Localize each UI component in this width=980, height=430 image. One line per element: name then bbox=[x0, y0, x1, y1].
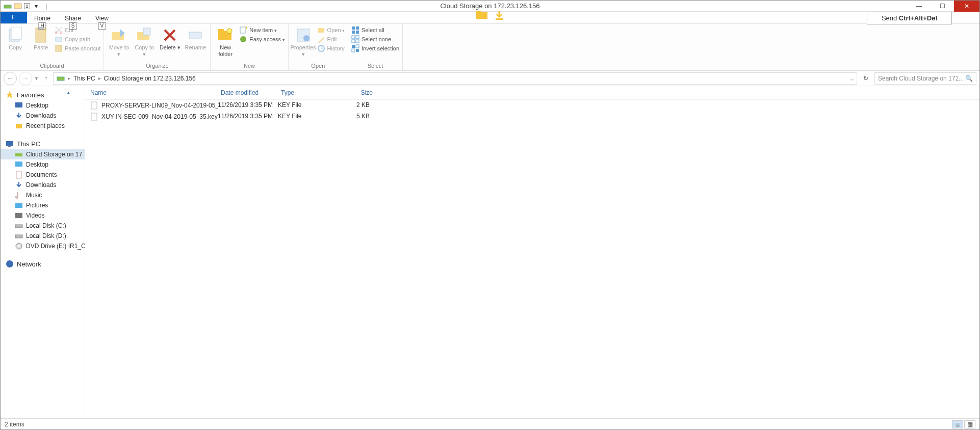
nav-music[interactable]: Music bbox=[1, 190, 85, 200]
col-size[interactable]: Size bbox=[341, 89, 379, 96]
search-box[interactable]: Search Cloud Storage on 172... 🔍 bbox=[874, 72, 976, 85]
nav-downloads[interactable]: Downloads bbox=[1, 180, 85, 190]
nav-favorites[interactable]: Favorites bbox=[1, 89, 85, 100]
nav-dvd-e[interactable]: DVD Drive (E:) IR1_C bbox=[1, 241, 85, 251]
nav-desktop[interactable]: Desktop bbox=[1, 159, 85, 170]
svg-rect-4 bbox=[496, 18, 503, 20]
home-tab[interactable]: HomeH bbox=[27, 13, 58, 23]
copy-to-button[interactable]: Copy to ▾ bbox=[133, 25, 156, 58]
svg-rect-30 bbox=[356, 31, 359, 34]
svg-rect-50 bbox=[15, 225, 22, 228]
delete-button[interactable]: Delete ▾ bbox=[158, 25, 182, 51]
select-all-button[interactable]: Select all bbox=[351, 26, 399, 34]
svg-rect-29 bbox=[352, 31, 355, 34]
svg-rect-7 bbox=[36, 28, 46, 42]
ribbon-group-new: New folder ✦New item Easy access New bbox=[211, 24, 288, 70]
select-none-button[interactable]: Select none bbox=[351, 35, 399, 43]
documents-icon bbox=[15, 171, 23, 179]
file-icon bbox=[90, 101, 98, 110]
svg-rect-33 bbox=[352, 40, 355, 43]
copy-path-button[interactable]: Copy path bbox=[55, 35, 100, 43]
nav-disk-c[interactable]: Local Disk (C:) bbox=[1, 221, 85, 231]
nav-back-button[interactable]: ← bbox=[4, 72, 17, 85]
close-button[interactable]: ✕ bbox=[954, 1, 979, 12]
address-dropdown-icon[interactable]: ⌵ bbox=[850, 75, 854, 82]
new-folder-button[interactable]: New folder bbox=[214, 25, 237, 58]
send-ctrl-alt-del-button[interactable]: Send Ctrl+Alt+Del bbox=[867, 12, 952, 24]
title-overlay-icons bbox=[475, 10, 505, 21]
nav-up-button[interactable]: ↑ bbox=[41, 75, 51, 82]
crumb-this-pc[interactable]: This PC bbox=[73, 75, 95, 82]
view-icons-button[interactable]: ▦ bbox=[964, 420, 975, 428]
minimize-button[interactable]: — bbox=[907, 1, 931, 12]
svg-text:✦: ✦ bbox=[245, 26, 247, 31]
nav-videos[interactable]: Videos bbox=[1, 210, 85, 221]
crumb-location[interactable]: Cloud Storage on 172.23.126.156 bbox=[104, 75, 196, 82]
view-tab[interactable]: ViewV bbox=[88, 13, 116, 23]
rename-button[interactable]: Rename bbox=[184, 25, 207, 51]
move-to-button[interactable]: Move to ▾ bbox=[107, 25, 131, 58]
file-row[interactable]: PROXY-SERVER-LIN09_Nov-04-2019-05_... 11… bbox=[85, 100, 979, 111]
svg-rect-15 bbox=[143, 28, 150, 35]
nav-documents[interactable]: Documents bbox=[1, 170, 85, 180]
col-name[interactable]: Name ▴ bbox=[90, 89, 221, 96]
svg-rect-47 bbox=[16, 171, 21, 178]
address-bar: ← → ▼ ↑ ▸ This PC ▸ Cloud Storage on 172… bbox=[1, 71, 979, 86]
nav-fav-downloads[interactable]: Downloads bbox=[1, 111, 85, 121]
nav-fav-recent[interactable]: Recent places bbox=[1, 121, 85, 131]
qat-keytip: 2 bbox=[24, 3, 30, 9]
svg-rect-35 bbox=[352, 45, 355, 48]
music-icon bbox=[15, 191, 23, 199]
paste-shortcut-button[interactable]: Paste shortcut bbox=[55, 44, 100, 52]
folder-overlay-icon bbox=[475, 10, 489, 21]
file-row[interactable]: XUY-IN-SEC-009_Nov-04-2019-05_35.key 11/… bbox=[85, 111, 979, 122]
history-button[interactable]: History bbox=[317, 44, 345, 52]
svg-rect-36 bbox=[356, 49, 359, 52]
nav-cloud-storage[interactable]: Cloud Storage on 17 bbox=[1, 149, 85, 159]
status-bar: 2 items ≣ ▦ bbox=[1, 418, 979, 429]
ribbon-group-select: Select all Select none Invert selection … bbox=[348, 24, 403, 70]
search-icon: 🔍 bbox=[965, 75, 973, 82]
chevron-right-icon[interactable]: ▸ bbox=[68, 75, 70, 81]
easy-access-button[interactable]: Easy access bbox=[239, 35, 285, 43]
nav-recent-dropdown[interactable]: ▼ bbox=[34, 76, 39, 81]
svg-rect-51 bbox=[15, 235, 22, 238]
paste-button[interactable]: Paste bbox=[29, 25, 53, 51]
new-item-button[interactable]: ✦New item bbox=[239, 26, 285, 34]
open-button[interactable]: Open bbox=[317, 26, 345, 34]
window-controls: — ☐ ✕ bbox=[907, 1, 979, 12]
svg-rect-49 bbox=[15, 213, 22, 218]
col-type[interactable]: Type bbox=[281, 89, 341, 96]
navigation-pane: Favorites Desktop Downloads Recent place… bbox=[1, 86, 85, 418]
view-details-button[interactable]: ≣ bbox=[952, 420, 963, 428]
svg-rect-28 bbox=[356, 26, 359, 30]
nav-pictures[interactable]: Pictures bbox=[1, 200, 85, 210]
svg-rect-41 bbox=[15, 102, 22, 108]
breadcrumb[interactable]: ▸ This PC ▸ Cloud Storage on 172.23.126.… bbox=[53, 72, 857, 85]
nav-fav-desktop[interactable]: Desktop bbox=[1, 100, 85, 111]
qat-dropdown-icon[interactable]: ▾ bbox=[32, 2, 40, 10]
svg-point-53 bbox=[18, 245, 20, 247]
nav-forward-button[interactable]: → bbox=[19, 72, 32, 85]
svg-rect-12 bbox=[56, 45, 62, 51]
nav-this-pc[interactable]: This PC bbox=[1, 138, 85, 149]
chevron-right-icon[interactable]: ▸ bbox=[98, 75, 101, 81]
explorer-icon bbox=[14, 2, 22, 10]
refresh-button[interactable]: ↻ bbox=[859, 75, 872, 82]
nav-disk-d[interactable]: Local Disk (D:) bbox=[1, 231, 85, 241]
file-tab[interactable]: F bbox=[1, 11, 27, 23]
ribbon-group-open: Properties ▾ Open Edit History Open bbox=[289, 24, 348, 70]
copy-button[interactable]: Copy bbox=[4, 25, 27, 51]
col-date[interactable]: Date modified bbox=[221, 89, 281, 96]
share-tab[interactable]: ShareS bbox=[58, 13, 88, 23]
cut-button[interactable]: Cut bbox=[55, 26, 100, 34]
star-icon bbox=[6, 91, 14, 99]
view-switcher: ≣ ▦ bbox=[952, 420, 975, 428]
nav-network[interactable]: Network bbox=[1, 258, 85, 270]
maximize-button[interactable]: ☐ bbox=[931, 1, 954, 12]
dvd-icon bbox=[15, 242, 23, 250]
properties-button[interactable]: Properties ▾ bbox=[292, 25, 315, 58]
invert-selection-button[interactable]: Invert selection bbox=[351, 44, 399, 52]
edit-button[interactable]: Edit bbox=[317, 35, 345, 43]
svg-rect-16 bbox=[189, 32, 201, 38]
